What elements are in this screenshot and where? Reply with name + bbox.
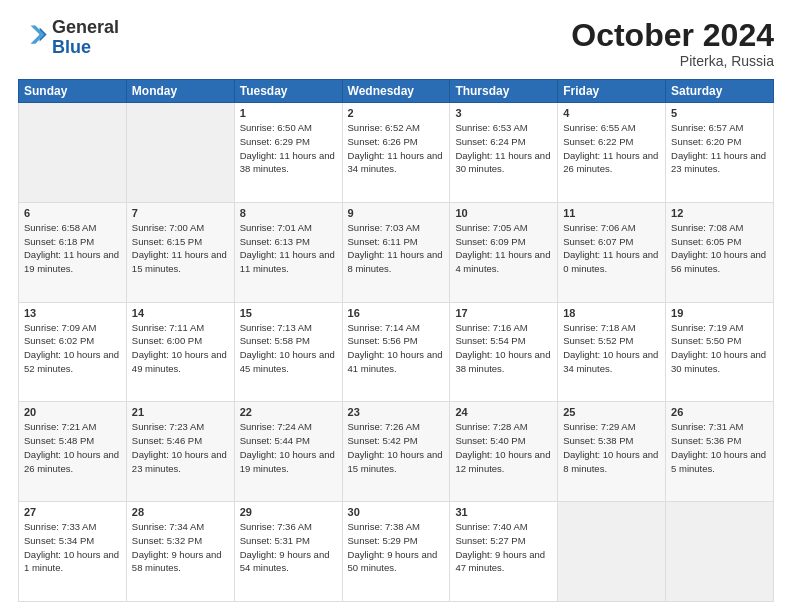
- day-info: Sunrise: 7:23 AM Sunset: 5:46 PM Dayligh…: [132, 420, 229, 475]
- day-info: Sunrise: 7:31 AM Sunset: 5:36 PM Dayligh…: [671, 420, 768, 475]
- page: General Blue October 2024 Piterka, Russi…: [0, 0, 792, 612]
- calendar-cell: 18Sunrise: 7:18 AM Sunset: 5:52 PM Dayli…: [558, 302, 666, 402]
- day-number: 16: [348, 307, 445, 319]
- day-number: 14: [132, 307, 229, 319]
- day-info: Sunrise: 7:26 AM Sunset: 5:42 PM Dayligh…: [348, 420, 445, 475]
- calendar-cell: 1Sunrise: 6:50 AM Sunset: 6:29 PM Daylig…: [234, 103, 342, 203]
- calendar-cell: 30Sunrise: 7:38 AM Sunset: 5:29 PM Dayli…: [342, 502, 450, 602]
- day-number: 13: [24, 307, 121, 319]
- day-number: 17: [455, 307, 552, 319]
- day-number: 3: [455, 107, 552, 119]
- calendar-cell: 23Sunrise: 7:26 AM Sunset: 5:42 PM Dayli…: [342, 402, 450, 502]
- day-info: Sunrise: 6:57 AM Sunset: 6:20 PM Dayligh…: [671, 121, 768, 176]
- week-row-2: 6Sunrise: 6:58 AM Sunset: 6:18 PM Daylig…: [19, 202, 774, 302]
- day-number: 10: [455, 207, 552, 219]
- calendar-cell: 8Sunrise: 7:01 AM Sunset: 6:13 PM Daylig…: [234, 202, 342, 302]
- calendar-cell: 13Sunrise: 7:09 AM Sunset: 6:02 PM Dayli…: [19, 302, 127, 402]
- day-number: 18: [563, 307, 660, 319]
- day-info: Sunrise: 7:19 AM Sunset: 5:50 PM Dayligh…: [671, 321, 768, 376]
- calendar-cell: 6Sunrise: 6:58 AM Sunset: 6:18 PM Daylig…: [19, 202, 127, 302]
- location: Piterka, Russia: [571, 53, 774, 69]
- calendar-cell: 5Sunrise: 6:57 AM Sunset: 6:20 PM Daylig…: [666, 103, 774, 203]
- calendar-cell: 29Sunrise: 7:36 AM Sunset: 5:31 PM Dayli…: [234, 502, 342, 602]
- day-info: Sunrise: 7:36 AM Sunset: 5:31 PM Dayligh…: [240, 520, 337, 575]
- calendar-cell: 9Sunrise: 7:03 AM Sunset: 6:11 PM Daylig…: [342, 202, 450, 302]
- calendar-table: SundayMondayTuesdayWednesdayThursdayFrid…: [18, 79, 774, 602]
- day-info: Sunrise: 7:40 AM Sunset: 5:27 PM Dayligh…: [455, 520, 552, 575]
- logo-general: General: [52, 18, 119, 38]
- calendar-cell: 16Sunrise: 7:14 AM Sunset: 5:56 PM Dayli…: [342, 302, 450, 402]
- day-number: 9: [348, 207, 445, 219]
- logo-icon: [20, 22, 48, 50]
- day-number: 21: [132, 406, 229, 418]
- day-number: 20: [24, 406, 121, 418]
- calendar-cell: 15Sunrise: 7:13 AM Sunset: 5:58 PM Dayli…: [234, 302, 342, 402]
- logo-blue: Blue: [52, 38, 119, 58]
- day-number: 15: [240, 307, 337, 319]
- weekday-header-row: SundayMondayTuesdayWednesdayThursdayFrid…: [19, 80, 774, 103]
- week-row-5: 27Sunrise: 7:33 AM Sunset: 5:34 PM Dayli…: [19, 502, 774, 602]
- weekday-header-saturday: Saturday: [666, 80, 774, 103]
- weekday-header-tuesday: Tuesday: [234, 80, 342, 103]
- day-info: Sunrise: 7:14 AM Sunset: 5:56 PM Dayligh…: [348, 321, 445, 376]
- calendar-cell: [558, 502, 666, 602]
- day-number: 2: [348, 107, 445, 119]
- day-number: 11: [563, 207, 660, 219]
- calendar-cell: 17Sunrise: 7:16 AM Sunset: 5:54 PM Dayli…: [450, 302, 558, 402]
- weekday-header-monday: Monday: [126, 80, 234, 103]
- day-info: Sunrise: 7:38 AM Sunset: 5:29 PM Dayligh…: [348, 520, 445, 575]
- calendar-cell: 4Sunrise: 6:55 AM Sunset: 6:22 PM Daylig…: [558, 103, 666, 203]
- day-info: Sunrise: 7:03 AM Sunset: 6:11 PM Dayligh…: [348, 221, 445, 276]
- day-number: 19: [671, 307, 768, 319]
- day-info: Sunrise: 7:18 AM Sunset: 5:52 PM Dayligh…: [563, 321, 660, 376]
- day-info: Sunrise: 7:29 AM Sunset: 5:38 PM Dayligh…: [563, 420, 660, 475]
- calendar-cell: [126, 103, 234, 203]
- day-info: Sunrise: 6:50 AM Sunset: 6:29 PM Dayligh…: [240, 121, 337, 176]
- day-info: Sunrise: 7:24 AM Sunset: 5:44 PM Dayligh…: [240, 420, 337, 475]
- day-info: Sunrise: 7:06 AM Sunset: 6:07 PM Dayligh…: [563, 221, 660, 276]
- day-info: Sunrise: 7:08 AM Sunset: 6:05 PM Dayligh…: [671, 221, 768, 276]
- day-info: Sunrise: 6:58 AM Sunset: 6:18 PM Dayligh…: [24, 221, 121, 276]
- calendar-cell: 28Sunrise: 7:34 AM Sunset: 5:32 PM Dayli…: [126, 502, 234, 602]
- day-number: 26: [671, 406, 768, 418]
- week-row-3: 13Sunrise: 7:09 AM Sunset: 6:02 PM Dayli…: [19, 302, 774, 402]
- day-number: 27: [24, 506, 121, 518]
- day-info: Sunrise: 7:05 AM Sunset: 6:09 PM Dayligh…: [455, 221, 552, 276]
- day-number: 30: [348, 506, 445, 518]
- calendar-cell: 21Sunrise: 7:23 AM Sunset: 5:46 PM Dayli…: [126, 402, 234, 502]
- calendar-cell: 20Sunrise: 7:21 AM Sunset: 5:48 PM Dayli…: [19, 402, 127, 502]
- calendar-cell: 19Sunrise: 7:19 AM Sunset: 5:50 PM Dayli…: [666, 302, 774, 402]
- day-number: 12: [671, 207, 768, 219]
- calendar-cell: 2Sunrise: 6:52 AM Sunset: 6:26 PM Daylig…: [342, 103, 450, 203]
- day-number: 1: [240, 107, 337, 119]
- day-info: Sunrise: 7:21 AM Sunset: 5:48 PM Dayligh…: [24, 420, 121, 475]
- weekday-header-sunday: Sunday: [19, 80, 127, 103]
- month-title: October 2024: [571, 18, 774, 53]
- calendar-cell: 7Sunrise: 7:00 AM Sunset: 6:15 PM Daylig…: [126, 202, 234, 302]
- day-info: Sunrise: 6:55 AM Sunset: 6:22 PM Dayligh…: [563, 121, 660, 176]
- day-info: Sunrise: 7:09 AM Sunset: 6:02 PM Dayligh…: [24, 321, 121, 376]
- calendar-cell: 25Sunrise: 7:29 AM Sunset: 5:38 PM Dayli…: [558, 402, 666, 502]
- day-number: 22: [240, 406, 337, 418]
- weekday-header-wednesday: Wednesday: [342, 80, 450, 103]
- calendar-cell: [19, 103, 127, 203]
- day-number: 29: [240, 506, 337, 518]
- svg-marker-1: [31, 25, 45, 43]
- logo: General Blue: [18, 18, 119, 58]
- calendar-cell: 27Sunrise: 7:33 AM Sunset: 5:34 PM Dayli…: [19, 502, 127, 602]
- day-number: 7: [132, 207, 229, 219]
- day-number: 5: [671, 107, 768, 119]
- day-info: Sunrise: 7:13 AM Sunset: 5:58 PM Dayligh…: [240, 321, 337, 376]
- day-info: Sunrise: 6:52 AM Sunset: 6:26 PM Dayligh…: [348, 121, 445, 176]
- day-number: 28: [132, 506, 229, 518]
- day-number: 24: [455, 406, 552, 418]
- day-number: 23: [348, 406, 445, 418]
- calendar-cell: 14Sunrise: 7:11 AM Sunset: 6:00 PM Dayli…: [126, 302, 234, 402]
- day-info: Sunrise: 7:00 AM Sunset: 6:15 PM Dayligh…: [132, 221, 229, 276]
- day-info: Sunrise: 7:28 AM Sunset: 5:40 PM Dayligh…: [455, 420, 552, 475]
- weekday-header-friday: Friday: [558, 80, 666, 103]
- week-row-1: 1Sunrise: 6:50 AM Sunset: 6:29 PM Daylig…: [19, 103, 774, 203]
- calendar-cell: 3Sunrise: 6:53 AM Sunset: 6:24 PM Daylig…: [450, 103, 558, 203]
- weekday-header-thursday: Thursday: [450, 80, 558, 103]
- day-info: Sunrise: 6:53 AM Sunset: 6:24 PM Dayligh…: [455, 121, 552, 176]
